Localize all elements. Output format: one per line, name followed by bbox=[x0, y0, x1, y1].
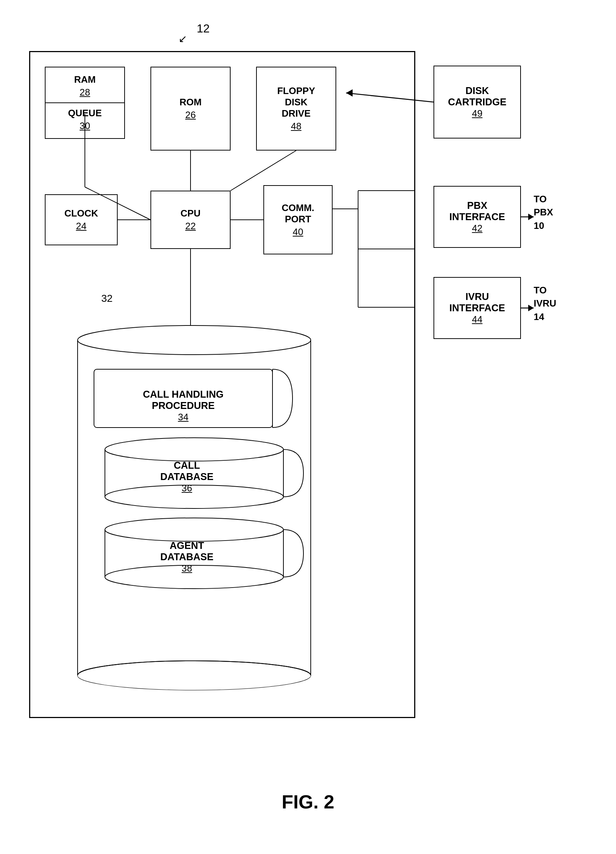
disk-cartridge-label: DISKCARTRIDGE bbox=[448, 85, 507, 108]
ram-section: RAM 28 bbox=[46, 67, 124, 103]
comm-number: 40 bbox=[293, 226, 303, 238]
call-database-label: CALLDATABASE 36 bbox=[94, 453, 280, 500]
ram-number: 28 bbox=[49, 87, 120, 98]
call-handling-number: 34 bbox=[178, 412, 189, 423]
agent-database-label: AGENTDATABASE 38 bbox=[94, 533, 280, 581]
svg-rect-16 bbox=[94, 369, 272, 427]
ram-box: RAM 28 QUEUE 30 bbox=[45, 67, 125, 139]
svg-point-25 bbox=[105, 518, 283, 541]
svg-rect-18 bbox=[94, 450, 272, 497]
svg-point-22 bbox=[105, 485, 283, 508]
queue-section: QUEUE 30 bbox=[46, 103, 124, 138]
comm-port-box: COMM.PORT 40 bbox=[263, 185, 333, 255]
cpu-box: CPU 22 bbox=[151, 191, 231, 249]
pbx-interface-box: PBXINTERFACE 42 bbox=[433, 186, 521, 248]
svg-point-19 bbox=[105, 438, 283, 461]
svg-point-15 bbox=[78, 661, 311, 690]
call-database-number: 36 bbox=[182, 483, 192, 494]
pbx-interface-number: 42 bbox=[472, 223, 483, 234]
floppy-number: 48 bbox=[291, 120, 302, 132]
agent-database-number: 38 bbox=[182, 563, 192, 574]
cpu-number: 22 bbox=[186, 221, 196, 232]
clock-number: 24 bbox=[76, 221, 87, 232]
disk-cartridge-number: 49 bbox=[472, 108, 483, 119]
to-ivru-label: TOIVRU14 bbox=[534, 284, 556, 323]
disk-cartridge-box: DISKCARTRIDGE 49 bbox=[433, 66, 521, 139]
svg-marker-33 bbox=[528, 214, 534, 220]
floppy-disk-drive-box: FLOPPYDISKDRIVE 48 bbox=[256, 67, 336, 151]
clock-box: CLOCK 24 bbox=[45, 194, 118, 245]
floppy-label: FLOPPYDISKDRIVE bbox=[277, 85, 315, 119]
database-ref-32: 32 bbox=[101, 293, 113, 304]
figure-label: FIG. 2 bbox=[18, 791, 598, 813]
comm-label: COMM.PORT bbox=[281, 202, 314, 225]
clock-label: CLOCK bbox=[64, 208, 98, 219]
queue-number: 30 bbox=[49, 120, 120, 131]
rom-number: 26 bbox=[186, 109, 196, 120]
cpu-label: CPU bbox=[181, 208, 201, 219]
call-handling-label: CALL HANDLINGPROCEDURE 34 bbox=[94, 377, 272, 435]
ivru-interface-label: IVRUINTERFACE bbox=[449, 291, 505, 314]
arrow-12-icon: ↙ bbox=[178, 33, 187, 45]
svg-rect-24 bbox=[94, 529, 272, 577]
ivru-interface-box: IVRUINTERFACE 44 bbox=[433, 277, 521, 339]
to-pbx-label: TOPBX10 bbox=[534, 192, 553, 232]
rom-label: ROM bbox=[179, 97, 202, 108]
queue-label: QUEUE bbox=[49, 108, 120, 119]
diagram-lines bbox=[30, 52, 414, 717]
reference-12: 12 bbox=[197, 22, 210, 35]
ivru-interface-number: 44 bbox=[472, 314, 483, 325]
pbx-interface-label: PBXINTERFACE bbox=[449, 200, 505, 223]
ram-label: RAM bbox=[49, 74, 120, 85]
svg-marker-35 bbox=[528, 305, 534, 311]
svg-point-28 bbox=[105, 565, 283, 589]
rom-box: ROM 26 bbox=[151, 67, 231, 151]
main-system-box: RAM 28 QUEUE 30 ROM 26 FLOPPYDISKDRIVE 4… bbox=[29, 51, 415, 718]
svg-point-12 bbox=[78, 325, 311, 355]
svg-line-3 bbox=[231, 151, 296, 191]
